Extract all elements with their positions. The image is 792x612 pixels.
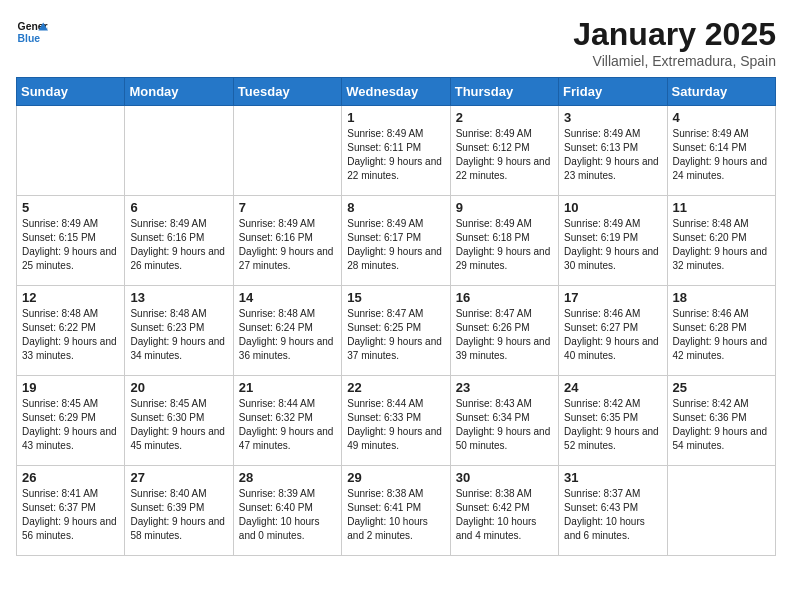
week-row-4: 26Sunrise: 8:41 AM Sunset: 6:37 PM Dayli… (17, 466, 776, 556)
logo-icon: General Blue (16, 16, 48, 48)
header-sunday: Sunday (17, 78, 125, 106)
cell-week0-day3: 1Sunrise: 8:49 AM Sunset: 6:11 PM Daylig… (342, 106, 450, 196)
logo: General Blue (16, 16, 48, 48)
day-number: 8 (347, 200, 444, 215)
day-info: Sunrise: 8:49 AM Sunset: 6:11 PM Dayligh… (347, 127, 444, 183)
cell-week1-day4: 9Sunrise: 8:49 AM Sunset: 6:18 PM Daylig… (450, 196, 558, 286)
cell-week4-day2: 28Sunrise: 8:39 AM Sunset: 6:40 PM Dayli… (233, 466, 341, 556)
day-number: 22 (347, 380, 444, 395)
day-number: 30 (456, 470, 553, 485)
day-number: 20 (130, 380, 227, 395)
day-info: Sunrise: 8:49 AM Sunset: 6:16 PM Dayligh… (239, 217, 336, 273)
day-info: Sunrise: 8:49 AM Sunset: 6:12 PM Dayligh… (456, 127, 553, 183)
day-info: Sunrise: 8:48 AM Sunset: 6:23 PM Dayligh… (130, 307, 227, 363)
day-number: 15 (347, 290, 444, 305)
day-number: 9 (456, 200, 553, 215)
day-number: 26 (22, 470, 119, 485)
cell-week4-day3: 29Sunrise: 8:38 AM Sunset: 6:41 PM Dayli… (342, 466, 450, 556)
day-info: Sunrise: 8:47 AM Sunset: 6:25 PM Dayligh… (347, 307, 444, 363)
cell-week1-day0: 5Sunrise: 8:49 AM Sunset: 6:15 PM Daylig… (17, 196, 125, 286)
cell-week1-day2: 7Sunrise: 8:49 AM Sunset: 6:16 PM Daylig… (233, 196, 341, 286)
day-info: Sunrise: 8:49 AM Sunset: 6:16 PM Dayligh… (130, 217, 227, 273)
day-info: Sunrise: 8:49 AM Sunset: 6:15 PM Dayligh… (22, 217, 119, 273)
cell-week2-day6: 18Sunrise: 8:46 AM Sunset: 6:28 PM Dayli… (667, 286, 775, 376)
calendar-table: SundayMondayTuesdayWednesdayThursdayFrid… (16, 77, 776, 556)
day-number: 23 (456, 380, 553, 395)
cell-week0-day5: 3Sunrise: 8:49 AM Sunset: 6:13 PM Daylig… (559, 106, 667, 196)
day-number: 5 (22, 200, 119, 215)
week-row-1: 5Sunrise: 8:49 AM Sunset: 6:15 PM Daylig… (17, 196, 776, 286)
header-tuesday: Tuesday (233, 78, 341, 106)
cell-week1-day6: 11Sunrise: 8:48 AM Sunset: 6:20 PM Dayli… (667, 196, 775, 286)
day-info: Sunrise: 8:40 AM Sunset: 6:39 PM Dayligh… (130, 487, 227, 543)
day-number: 24 (564, 380, 661, 395)
cell-week2-day5: 17Sunrise: 8:46 AM Sunset: 6:27 PM Dayli… (559, 286, 667, 376)
cell-week4-day1: 27Sunrise: 8:40 AM Sunset: 6:39 PM Dayli… (125, 466, 233, 556)
day-info: Sunrise: 8:43 AM Sunset: 6:34 PM Dayligh… (456, 397, 553, 453)
day-info: Sunrise: 8:47 AM Sunset: 6:26 PM Dayligh… (456, 307, 553, 363)
header-wednesday: Wednesday (342, 78, 450, 106)
cell-week3-day4: 23Sunrise: 8:43 AM Sunset: 6:34 PM Dayli… (450, 376, 558, 466)
header-row: SundayMondayTuesdayWednesdayThursdayFrid… (17, 78, 776, 106)
cell-week0-day4: 2Sunrise: 8:49 AM Sunset: 6:12 PM Daylig… (450, 106, 558, 196)
day-info: Sunrise: 8:49 AM Sunset: 6:13 PM Dayligh… (564, 127, 661, 183)
day-number: 1 (347, 110, 444, 125)
day-info: Sunrise: 8:44 AM Sunset: 6:33 PM Dayligh… (347, 397, 444, 453)
day-info: Sunrise: 8:38 AM Sunset: 6:42 PM Dayligh… (456, 487, 553, 543)
cell-week3-day2: 21Sunrise: 8:44 AM Sunset: 6:32 PM Dayli… (233, 376, 341, 466)
day-info: Sunrise: 8:45 AM Sunset: 6:30 PM Dayligh… (130, 397, 227, 453)
svg-text:Blue: Blue (18, 33, 41, 44)
cell-week3-day5: 24Sunrise: 8:42 AM Sunset: 6:35 PM Dayli… (559, 376, 667, 466)
header-friday: Friday (559, 78, 667, 106)
header-monday: Monday (125, 78, 233, 106)
day-number: 27 (130, 470, 227, 485)
day-info: Sunrise: 8:42 AM Sunset: 6:36 PM Dayligh… (673, 397, 770, 453)
day-info: Sunrise: 8:49 AM Sunset: 6:19 PM Dayligh… (564, 217, 661, 273)
day-number: 10 (564, 200, 661, 215)
day-number: 13 (130, 290, 227, 305)
day-number: 17 (564, 290, 661, 305)
day-info: Sunrise: 8:48 AM Sunset: 6:20 PM Dayligh… (673, 217, 770, 273)
day-number: 14 (239, 290, 336, 305)
cell-week2-day4: 16Sunrise: 8:47 AM Sunset: 6:26 PM Dayli… (450, 286, 558, 376)
day-number: 12 (22, 290, 119, 305)
day-number: 29 (347, 470, 444, 485)
day-number: 4 (673, 110, 770, 125)
cell-week4-day6 (667, 466, 775, 556)
calendar-subtitle: Villamiel, Extremadura, Spain (573, 53, 776, 69)
day-info: Sunrise: 8:46 AM Sunset: 6:28 PM Dayligh… (673, 307, 770, 363)
cell-week1-day3: 8Sunrise: 8:49 AM Sunset: 6:17 PM Daylig… (342, 196, 450, 286)
day-number: 7 (239, 200, 336, 215)
day-number: 25 (673, 380, 770, 395)
header-thursday: Thursday (450, 78, 558, 106)
day-number: 31 (564, 470, 661, 485)
cell-week3-day0: 19Sunrise: 8:45 AM Sunset: 6:29 PM Dayli… (17, 376, 125, 466)
cell-week0-day1 (125, 106, 233, 196)
cell-week2-day2: 14Sunrise: 8:48 AM Sunset: 6:24 PM Dayli… (233, 286, 341, 376)
cell-week1-day5: 10Sunrise: 8:49 AM Sunset: 6:19 PM Dayli… (559, 196, 667, 286)
cell-week1-day1: 6Sunrise: 8:49 AM Sunset: 6:16 PM Daylig… (125, 196, 233, 286)
header-saturday: Saturday (667, 78, 775, 106)
day-info: Sunrise: 8:49 AM Sunset: 6:14 PM Dayligh… (673, 127, 770, 183)
day-info: Sunrise: 8:38 AM Sunset: 6:41 PM Dayligh… (347, 487, 444, 543)
cell-week2-day3: 15Sunrise: 8:47 AM Sunset: 6:25 PM Dayli… (342, 286, 450, 376)
calendar-title: January 2025 (573, 16, 776, 53)
cell-week3-day3: 22Sunrise: 8:44 AM Sunset: 6:33 PM Dayli… (342, 376, 450, 466)
day-info: Sunrise: 8:48 AM Sunset: 6:22 PM Dayligh… (22, 307, 119, 363)
cell-week4-day4: 30Sunrise: 8:38 AM Sunset: 6:42 PM Dayli… (450, 466, 558, 556)
day-info: Sunrise: 8:49 AM Sunset: 6:18 PM Dayligh… (456, 217, 553, 273)
day-number: 2 (456, 110, 553, 125)
day-info: Sunrise: 8:37 AM Sunset: 6:43 PM Dayligh… (564, 487, 661, 543)
day-info: Sunrise: 8:42 AM Sunset: 6:35 PM Dayligh… (564, 397, 661, 453)
title-section: January 2025 Villamiel, Extremadura, Spa… (573, 16, 776, 69)
day-number: 28 (239, 470, 336, 485)
cell-week2-day1: 13Sunrise: 8:48 AM Sunset: 6:23 PM Dayli… (125, 286, 233, 376)
day-info: Sunrise: 8:41 AM Sunset: 6:37 PM Dayligh… (22, 487, 119, 543)
cell-week0-day6: 4Sunrise: 8:49 AM Sunset: 6:14 PM Daylig… (667, 106, 775, 196)
cell-week4-day0: 26Sunrise: 8:41 AM Sunset: 6:37 PM Dayli… (17, 466, 125, 556)
week-row-2: 12Sunrise: 8:48 AM Sunset: 6:22 PM Dayli… (17, 286, 776, 376)
day-info: Sunrise: 8:46 AM Sunset: 6:27 PM Dayligh… (564, 307, 661, 363)
day-info: Sunrise: 8:39 AM Sunset: 6:40 PM Dayligh… (239, 487, 336, 543)
page-header: General Blue January 2025 Villamiel, Ext… (16, 16, 776, 69)
day-number: 3 (564, 110, 661, 125)
